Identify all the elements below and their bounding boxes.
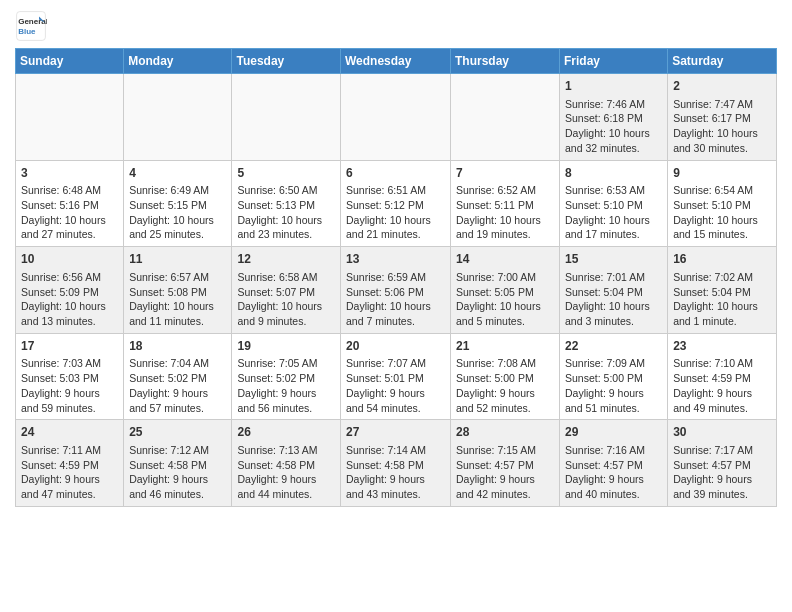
day-number: 13 — [346, 251, 445, 268]
day-info: Sunrise: 6:54 AMSunset: 5:10 PMDaylight:… — [673, 183, 771, 242]
day-info: Sunrise: 6:57 AMSunset: 5:08 PMDaylight:… — [129, 270, 226, 329]
calendar-cell: 21Sunrise: 7:08 AMSunset: 5:00 PMDayligh… — [451, 333, 560, 420]
calendar-cell — [232, 74, 341, 161]
calendar-cell: 30Sunrise: 7:17 AMSunset: 4:57 PMDayligh… — [668, 420, 777, 507]
calendar-cell: 24Sunrise: 7:11 AMSunset: 4:59 PMDayligh… — [16, 420, 124, 507]
day-info: Sunrise: 7:01 AMSunset: 5:04 PMDaylight:… — [565, 270, 662, 329]
day-info: Sunrise: 6:56 AMSunset: 5:09 PMDaylight:… — [21, 270, 118, 329]
day-info: Sunrise: 7:04 AMSunset: 5:02 PMDaylight:… — [129, 356, 226, 415]
day-number: 4 — [129, 165, 226, 182]
day-info: Sunrise: 7:12 AMSunset: 4:58 PMDaylight:… — [129, 443, 226, 502]
day-info: Sunrise: 7:09 AMSunset: 5:00 PMDaylight:… — [565, 356, 662, 415]
day-info: Sunrise: 6:58 AMSunset: 5:07 PMDaylight:… — [237, 270, 335, 329]
calendar-cell: 27Sunrise: 7:14 AMSunset: 4:58 PMDayligh… — [341, 420, 451, 507]
day-number: 3 — [21, 165, 118, 182]
weekday-header-friday: Friday — [560, 49, 668, 74]
day-info: Sunrise: 7:46 AMSunset: 6:18 PMDaylight:… — [565, 97, 662, 156]
day-info: Sunrise: 7:13 AMSunset: 4:58 PMDaylight:… — [237, 443, 335, 502]
calendar-cell: 25Sunrise: 7:12 AMSunset: 4:58 PMDayligh… — [124, 420, 232, 507]
calendar-cell: 1Sunrise: 7:46 AMSunset: 6:18 PMDaylight… — [560, 74, 668, 161]
calendar-cell: 15Sunrise: 7:01 AMSunset: 5:04 PMDayligh… — [560, 247, 668, 334]
calendar-cell: 14Sunrise: 7:00 AMSunset: 5:05 PMDayligh… — [451, 247, 560, 334]
day-number: 22 — [565, 338, 662, 355]
weekday-header-thursday: Thursday — [451, 49, 560, 74]
day-number: 24 — [21, 424, 118, 441]
calendar-cell: 9Sunrise: 6:54 AMSunset: 5:10 PMDaylight… — [668, 160, 777, 247]
calendar-cell: 8Sunrise: 6:53 AMSunset: 5:10 PMDaylight… — [560, 160, 668, 247]
page-header: General Blue — [15, 10, 777, 42]
day-number: 19 — [237, 338, 335, 355]
calendar-cell: 18Sunrise: 7:04 AMSunset: 5:02 PMDayligh… — [124, 333, 232, 420]
day-number: 14 — [456, 251, 554, 268]
day-number: 17 — [21, 338, 118, 355]
calendar-cell: 17Sunrise: 7:03 AMSunset: 5:03 PMDayligh… — [16, 333, 124, 420]
calendar-cell: 10Sunrise: 6:56 AMSunset: 5:09 PMDayligh… — [16, 247, 124, 334]
day-number: 25 — [129, 424, 226, 441]
calendar-cell: 29Sunrise: 7:16 AMSunset: 4:57 PMDayligh… — [560, 420, 668, 507]
day-info: Sunrise: 6:49 AMSunset: 5:15 PMDaylight:… — [129, 183, 226, 242]
calendar-cell: 6Sunrise: 6:51 AMSunset: 5:12 PMDaylight… — [341, 160, 451, 247]
day-number: 5 — [237, 165, 335, 182]
day-number: 26 — [237, 424, 335, 441]
day-info: Sunrise: 7:17 AMSunset: 4:57 PMDaylight:… — [673, 443, 771, 502]
day-number: 12 — [237, 251, 335, 268]
logo: General Blue — [15, 10, 47, 42]
day-number: 29 — [565, 424, 662, 441]
week-row-5: 24Sunrise: 7:11 AMSunset: 4:59 PMDayligh… — [16, 420, 777, 507]
calendar-cell: 4Sunrise: 6:49 AMSunset: 5:15 PMDaylight… — [124, 160, 232, 247]
day-number: 18 — [129, 338, 226, 355]
calendar-cell — [124, 74, 232, 161]
day-info: Sunrise: 6:53 AMSunset: 5:10 PMDaylight:… — [565, 183, 662, 242]
weekday-header-tuesday: Tuesday — [232, 49, 341, 74]
day-info: Sunrise: 7:47 AMSunset: 6:17 PMDaylight:… — [673, 97, 771, 156]
day-info: Sunrise: 6:52 AMSunset: 5:11 PMDaylight:… — [456, 183, 554, 242]
calendar-cell: 5Sunrise: 6:50 AMSunset: 5:13 PMDaylight… — [232, 160, 341, 247]
weekday-header-wednesday: Wednesday — [341, 49, 451, 74]
svg-text:Blue: Blue — [18, 27, 36, 36]
day-info: Sunrise: 7:10 AMSunset: 4:59 PMDaylight:… — [673, 356, 771, 415]
day-info: Sunrise: 7:05 AMSunset: 5:02 PMDaylight:… — [237, 356, 335, 415]
day-number: 11 — [129, 251, 226, 268]
calendar-cell: 28Sunrise: 7:15 AMSunset: 4:57 PMDayligh… — [451, 420, 560, 507]
day-number: 15 — [565, 251, 662, 268]
calendar-cell: 23Sunrise: 7:10 AMSunset: 4:59 PMDayligh… — [668, 333, 777, 420]
weekday-header-monday: Monday — [124, 49, 232, 74]
day-number: 1 — [565, 78, 662, 95]
day-info: Sunrise: 6:48 AMSunset: 5:16 PMDaylight:… — [21, 183, 118, 242]
day-info: Sunrise: 7:16 AMSunset: 4:57 PMDaylight:… — [565, 443, 662, 502]
calendar-cell — [451, 74, 560, 161]
day-info: Sunrise: 7:15 AMSunset: 4:57 PMDaylight:… — [456, 443, 554, 502]
day-info: Sunrise: 7:07 AMSunset: 5:01 PMDaylight:… — [346, 356, 445, 415]
calendar-cell: 11Sunrise: 6:57 AMSunset: 5:08 PMDayligh… — [124, 247, 232, 334]
calendar-cell: 2Sunrise: 7:47 AMSunset: 6:17 PMDaylight… — [668, 74, 777, 161]
week-row-1: 1Sunrise: 7:46 AMSunset: 6:18 PMDaylight… — [16, 74, 777, 161]
day-number: 8 — [565, 165, 662, 182]
calendar-cell: 7Sunrise: 6:52 AMSunset: 5:11 PMDaylight… — [451, 160, 560, 247]
weekday-header-row: SundayMondayTuesdayWednesdayThursdayFrid… — [16, 49, 777, 74]
day-number: 27 — [346, 424, 445, 441]
week-row-3: 10Sunrise: 6:56 AMSunset: 5:09 PMDayligh… — [16, 247, 777, 334]
calendar-table: SundayMondayTuesdayWednesdayThursdayFrid… — [15, 48, 777, 507]
day-info: Sunrise: 6:59 AMSunset: 5:06 PMDaylight:… — [346, 270, 445, 329]
week-row-2: 3Sunrise: 6:48 AMSunset: 5:16 PMDaylight… — [16, 160, 777, 247]
day-info: Sunrise: 7:03 AMSunset: 5:03 PMDaylight:… — [21, 356, 118, 415]
day-number: 28 — [456, 424, 554, 441]
day-info: Sunrise: 7:11 AMSunset: 4:59 PMDaylight:… — [21, 443, 118, 502]
calendar-cell — [16, 74, 124, 161]
day-number: 30 — [673, 424, 771, 441]
weekday-header-sunday: Sunday — [16, 49, 124, 74]
calendar-cell: 3Sunrise: 6:48 AMSunset: 5:16 PMDaylight… — [16, 160, 124, 247]
day-number: 2 — [673, 78, 771, 95]
week-row-4: 17Sunrise: 7:03 AMSunset: 5:03 PMDayligh… — [16, 333, 777, 420]
day-info: Sunrise: 6:51 AMSunset: 5:12 PMDaylight:… — [346, 183, 445, 242]
day-number: 21 — [456, 338, 554, 355]
svg-text:General: General — [18, 17, 47, 26]
calendar-cell: 13Sunrise: 6:59 AMSunset: 5:06 PMDayligh… — [341, 247, 451, 334]
day-number: 7 — [456, 165, 554, 182]
day-number: 20 — [346, 338, 445, 355]
day-number: 23 — [673, 338, 771, 355]
day-number: 6 — [346, 165, 445, 182]
calendar-cell: 12Sunrise: 6:58 AMSunset: 5:07 PMDayligh… — [232, 247, 341, 334]
day-info: Sunrise: 6:50 AMSunset: 5:13 PMDaylight:… — [237, 183, 335, 242]
day-number: 16 — [673, 251, 771, 268]
